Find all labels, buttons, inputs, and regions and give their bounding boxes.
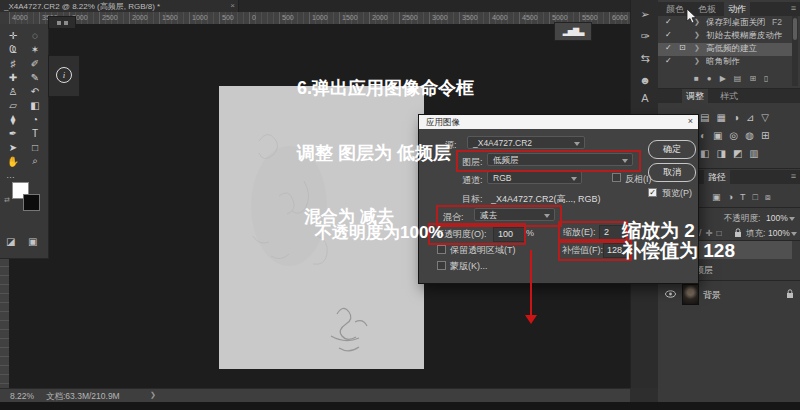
adjustment-icon[interactable]: ▦ bbox=[716, 112, 725, 123]
quick-mask-icon[interactable]: ◪ bbox=[6, 236, 15, 247]
brush-tool[interactable]: ✎ bbox=[24, 70, 46, 84]
action-row[interactable]: ✓ ❯ 暗角制作 bbox=[658, 56, 792, 69]
chevron-down-icon[interactable] bbox=[789, 217, 795, 221]
close-icon[interactable]: × bbox=[688, 116, 693, 126]
layer-dropdown[interactable]: 低频层 bbox=[487, 153, 633, 166]
layer-filter-icon[interactable]: ⧈ bbox=[765, 192, 771, 203]
panel-menu-icon[interactable]: ≡ bbox=[791, 3, 796, 13]
select-panel-icon[interactable]: ➢ bbox=[631, 8, 659, 21]
adjustment-icon[interactable]: ◑ bbox=[733, 112, 739, 123]
layer-filter-icon[interactable]: ◑ bbox=[728, 192, 733, 203]
tab-adjustments[interactable]: 调整 bbox=[682, 89, 708, 103]
adjustment-icon[interactable]: ▽ bbox=[761, 112, 769, 123]
expand-arrow-icon[interactable]: ❯ bbox=[694, 31, 700, 39]
eye-icon[interactable] bbox=[665, 290, 676, 298]
pen-tool[interactable]: ✒ bbox=[2, 126, 24, 140]
adjustment-icon[interactable]: ◧ bbox=[700, 148, 709, 159]
preserve-transparency-checkbox[interactable] bbox=[437, 245, 446, 254]
adjustment-icon[interactable]: ⊞ bbox=[761, 130, 769, 141]
lock-image-icon[interactable]: □ bbox=[717, 228, 726, 238]
zoom-level[interactable]: 8.22% bbox=[10, 391, 34, 401]
ok-button[interactable]: 确定 bbox=[648, 140, 696, 159]
adjustment-icon[interactable]: ⊿ bbox=[746, 112, 754, 123]
tab-actions[interactable]: 动作 bbox=[724, 2, 750, 16]
action-row[interactable]: ✓ ❯ 初始去模糊磨皮动作 bbox=[658, 30, 792, 43]
record-icon[interactable]: ● bbox=[707, 74, 712, 83]
lock-position-icon[interactable]: ✛ bbox=[705, 228, 716, 238]
layer-thumbnail[interactable] bbox=[682, 284, 699, 305]
chevron-down-icon[interactable] bbox=[791, 232, 797, 236]
adjustment-icon[interactable]: ▤ bbox=[700, 112, 709, 123]
layer-opacity-value[interactable]: 100% bbox=[766, 213, 788, 223]
cancel-button[interactable]: 取消 bbox=[648, 163, 696, 182]
source-dropdown[interactable]: _X4A4727.CR2 bbox=[467, 136, 585, 149]
info-note-panel[interactable]: i bbox=[48, 55, 80, 97]
action-check-icon[interactable]: ✓ bbox=[665, 56, 672, 65]
blur-tool[interactable]: ⧫ bbox=[2, 112, 24, 126]
action-check-icon[interactable]: ✓ bbox=[665, 17, 672, 26]
healing-brush-tool[interactable]: ✚ bbox=[2, 70, 24, 84]
clone-source-panel-icon[interactable]: ⇆ bbox=[631, 52, 659, 65]
character-panel-icon[interactable]: ☻ bbox=[631, 74, 659, 86]
background-color-swatch[interactable] bbox=[23, 194, 40, 211]
lasso-tool[interactable]: Ҩ bbox=[2, 42, 24, 56]
invert-checkbox[interactable] bbox=[612, 173, 621, 182]
move-tool[interactable]: ✛ bbox=[2, 28, 24, 42]
play-icon[interactable]: ▶ bbox=[720, 74, 726, 83]
channel-dropdown[interactable]: RGB bbox=[487, 171, 582, 184]
panel-menu-icon[interactable]: ≡ bbox=[791, 171, 796, 181]
tab-close-icon[interactable]: × bbox=[230, 1, 235, 10]
dodge-tool[interactable]: ◔ bbox=[24, 112, 46, 126]
adjustment-icon[interactable]: ◎ bbox=[730, 130, 739, 141]
type-tool[interactable]: T bbox=[24, 126, 46, 140]
stop-icon[interactable]: ■ bbox=[694, 74, 699, 83]
layer-fill-value[interactable]: 100% bbox=[768, 228, 790, 238]
brush-panel-icon[interactable]: ✑ bbox=[631, 30, 659, 43]
mask-checkbox[interactable] bbox=[437, 261, 446, 270]
layer-row-background[interactable]: 背景 bbox=[703, 289, 721, 302]
adjustment-icon[interactable]: ▣ bbox=[713, 130, 722, 141]
modal-control-icon[interactable]: ⊡ bbox=[679, 43, 686, 52]
history-brush-tool[interactable]: ↶ bbox=[24, 84, 46, 98]
swap-colors-icon[interactable]: ⇄ bbox=[4, 196, 10, 204]
blend-dropdown[interactable]: 减去 bbox=[474, 208, 555, 221]
adjustment-icon[interactable]: ▥ bbox=[749, 148, 758, 159]
status-options-arrow[interactable]: ❯ bbox=[150, 391, 156, 399]
layer-filter-icon[interactable]: □ bbox=[752, 192, 757, 203]
shape-tool[interactable]: □ bbox=[24, 140, 46, 154]
tab-paths[interactable]: 路径 bbox=[704, 170, 730, 184]
new-set-folder-icon[interactable]: ▤ bbox=[734, 74, 742, 83]
zoom-tool[interactable]: ⌕ bbox=[24, 154, 46, 168]
mini-panel-header[interactable] bbox=[48, 16, 76, 29]
eraser-tool[interactable]: ▱ bbox=[2, 98, 24, 112]
tab-color[interactable]: 颜色 bbox=[662, 2, 688, 16]
layer-filter-icon[interactable]: T bbox=[740, 192, 746, 203]
crop-tool[interactable]: ♯ bbox=[2, 56, 24, 70]
tab-styles[interactable]: 样式 bbox=[716, 89, 742, 103]
adjustment-icon[interactable]: ◍ bbox=[745, 130, 754, 141]
eyedropper-tool[interactable]: ✐ bbox=[24, 56, 46, 70]
magic-wand-tool[interactable]: ✶ bbox=[24, 42, 46, 56]
document-tab[interactable]: _X4A4727.CR2 @ 8.22% (高频层, RGB/8) * × bbox=[0, 0, 239, 12]
action-check-icon[interactable]: ✓ bbox=[665, 30, 672, 39]
scrollbar-thumb[interactable] bbox=[793, 18, 797, 40]
clone-stamp-tool[interactable]: ♙ bbox=[2, 84, 24, 98]
lock-all-icon[interactable] bbox=[734, 228, 742, 238]
more-tools-icon[interactable]: … bbox=[6, 170, 16, 180]
action-check-icon[interactable]: ✓ bbox=[665, 43, 672, 52]
expand-arrow-icon[interactable]: ❯ bbox=[694, 57, 700, 65]
delete-icon[interactable]: ▯ bbox=[764, 74, 768, 83]
action-row[interactable]: ✓ ❯ 保存到桌面关闭 F2 bbox=[658, 17, 792, 30]
dialog-titlebar[interactable]: 应用图像 × bbox=[419, 115, 698, 129]
opacity-input[interactable]: 100 bbox=[493, 227, 525, 242]
preview-checkbox[interactable]: ✓ bbox=[648, 188, 657, 197]
hand-tool[interactable]: ✋ bbox=[2, 154, 24, 168]
new-action-icon[interactable]: ⊞ bbox=[749, 74, 756, 83]
adjustment-icon[interactable]: ◩ bbox=[733, 148, 742, 159]
path-selection-tool[interactable]: ➤ bbox=[2, 140, 24, 154]
marquee-tool[interactable]: ◌ bbox=[24, 28, 46, 42]
adjustment-icon[interactable]: ◐ bbox=[700, 130, 706, 141]
actions-scrollbar[interactable] bbox=[792, 16, 798, 86]
screen-mode-icon[interactable]: ▣ bbox=[28, 236, 37, 247]
gradient-tool[interactable]: ◧ bbox=[24, 98, 46, 112]
